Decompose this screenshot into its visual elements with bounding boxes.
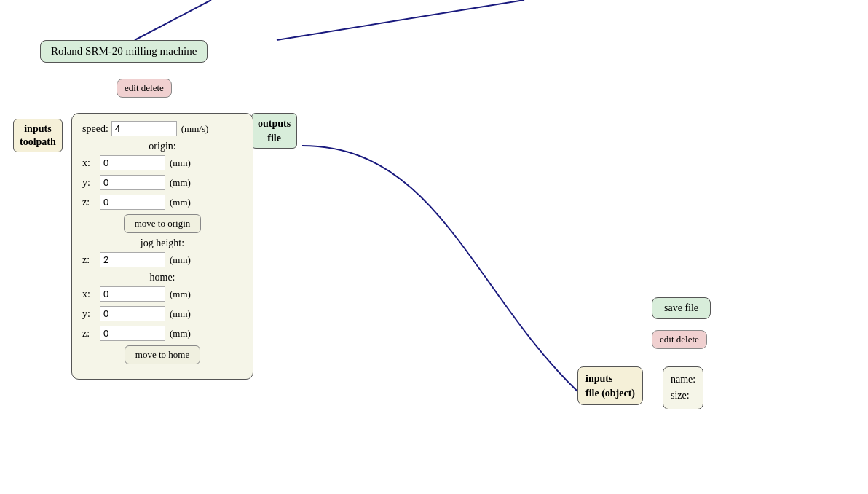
home-y-input[interactable] xyxy=(100,306,165,321)
home-x-label: x: xyxy=(82,289,97,300)
origin-z-label: z: xyxy=(82,197,97,208)
jog-z-unit: (mm) xyxy=(170,254,191,266)
speed-unit: (mm/s) xyxy=(181,123,209,135)
jog-z-row: z: (mm) xyxy=(82,252,242,267)
origin-z-unit: (mm) xyxy=(170,197,191,208)
roland-title: Roland SRM-20 milling machine xyxy=(51,45,197,57)
origin-label: origin: xyxy=(82,141,242,152)
home-z-unit: (mm) xyxy=(170,328,191,340)
home-x-row: x: (mm) xyxy=(82,286,242,302)
origin-z-row: z: (mm) xyxy=(82,195,242,210)
origin-x-input[interactable] xyxy=(100,155,165,170)
jog-z-input[interactable] xyxy=(100,252,165,267)
save-file-label: save file xyxy=(664,302,698,313)
home-z-row: z: (mm) xyxy=(82,326,242,341)
control-panel: speed: (mm/s) origin: x: (mm) y: (mm) z:… xyxy=(71,113,253,380)
origin-y-row: y: (mm) xyxy=(82,175,242,190)
origin-y-label: y: xyxy=(82,177,97,189)
origin-z-input[interactable] xyxy=(100,195,165,210)
origin-x-unit: (mm) xyxy=(170,157,191,169)
home-y-label: y: xyxy=(82,308,97,320)
origin-y-input[interactable] xyxy=(100,175,165,190)
origin-x-row: x: (mm) xyxy=(82,155,242,170)
inputs-file-object-label: inputs file (object) xyxy=(577,366,643,405)
jog-z-label: z: xyxy=(82,254,97,266)
home-z-input[interactable] xyxy=(100,326,165,341)
jog-height-label: jog height: xyxy=(82,238,242,249)
speed-row: speed: (mm/s) xyxy=(82,121,242,136)
home-x-input[interactable] xyxy=(100,286,165,302)
outputs-file-label: outputs file xyxy=(251,113,297,149)
roland-srm20-node: Roland SRM-20 milling machine xyxy=(40,40,208,63)
svg-line-0 xyxy=(135,0,211,40)
home-label: home: xyxy=(82,272,242,283)
origin-x-label: x: xyxy=(82,157,97,169)
home-x-unit: (mm) xyxy=(170,289,191,300)
home-y-row: y: (mm) xyxy=(82,306,242,321)
save-file-node: save file xyxy=(652,297,711,319)
speed-label: speed: xyxy=(82,123,108,135)
svg-line-1 xyxy=(277,0,524,40)
move-to-home-button[interactable]: move to home xyxy=(125,345,200,364)
roland-edit-delete-button[interactable]: edit delete xyxy=(117,79,172,98)
inputs-toolpath-label: inputs toolpath xyxy=(13,119,63,152)
save-file-edit-delete-button[interactable]: edit delete xyxy=(652,330,707,349)
name-size-node: name: size: xyxy=(663,366,703,409)
origin-y-unit: (mm) xyxy=(170,177,191,189)
speed-input[interactable] xyxy=(111,121,177,136)
move-to-origin-button[interactable]: move to origin xyxy=(124,214,202,233)
home-y-unit: (mm) xyxy=(170,308,191,320)
home-z-label: z: xyxy=(82,328,97,340)
